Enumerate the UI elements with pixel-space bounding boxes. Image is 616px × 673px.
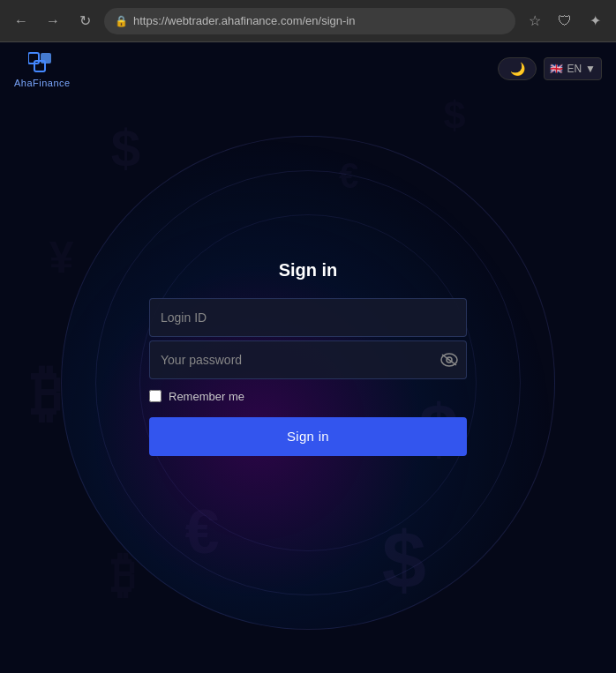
- dropdown-icon: ▼: [585, 63, 596, 75]
- bg-currency-symbol: ¥: [49, 232, 74, 283]
- svg-line-5: [442, 355, 456, 365]
- bg-currency-symbol: $: [111, 118, 140, 179]
- svg-rect-1: [41, 53, 51, 64]
- remember-row: Remember me: [149, 390, 467, 403]
- page-header: AhaFinance 🌙 🇬🇧 EN ▼: [0, 42, 616, 95]
- remember-label[interactable]: Remember me: [169, 390, 244, 403]
- logo-text: AhaFinance: [14, 78, 71, 88]
- dark-mode-button[interactable]: 🌙: [498, 57, 537, 80]
- refresh-button[interactable]: ↻: [72, 9, 97, 34]
- browser-chrome: ← → ↻ 🔒 https://webtrader.ahafinance.com…: [0, 0, 616, 42]
- signin-title: Sign in: [149, 260, 467, 280]
- logo-icon: [28, 49, 56, 78]
- page-content: $€¥$€$₿₿$ AhaFinance 🌙 🇬🇧 EN ▼: [0, 42, 616, 673]
- bg-currency-symbol: $: [444, 93, 466, 138]
- remember-checkbox[interactable]: [149, 390, 162, 402]
- lang-code: EN: [567, 63, 582, 75]
- bg-currency-symbol: ₿: [31, 358, 62, 429]
- signin-button[interactable]: Sign in: [149, 417, 467, 456]
- lock-icon: 🔒: [115, 15, 128, 27]
- password-input[interactable]: [149, 340, 467, 379]
- logo-area: AhaFinance: [14, 49, 71, 88]
- address-bar[interactable]: 🔒 https://webtrader.ahafinance.com/en/si…: [104, 8, 515, 34]
- login-id-group: [149, 298, 467, 337]
- svg-rect-0: [28, 53, 39, 64]
- language-button[interactable]: 🇬🇧 EN ▼: [544, 57, 602, 80]
- signin-container: Sign in Remember me Sign in: [149, 260, 467, 456]
- back-button[interactable]: ←: [9, 9, 34, 34]
- flag-icon: 🇬🇧: [550, 63, 563, 75]
- header-controls: 🌙 🇬🇧 EN ▼: [498, 57, 602, 80]
- eye-toggle-button[interactable]: [440, 353, 458, 367]
- forward-button[interactable]: →: [41, 9, 65, 34]
- browser-actions: ☆ 🛡 ✦: [522, 9, 607, 34]
- star-button[interactable]: ☆: [522, 9, 547, 34]
- extensions-button[interactable]: ✦: [582, 9, 607, 34]
- login-id-input[interactable]: [149, 298, 467, 337]
- moon-icon: 🌙: [510, 62, 525, 76]
- password-group: [149, 340, 467, 379]
- url-text: https://webtrader.ahafinance.com/en/sign…: [133, 14, 355, 27]
- shield-button[interactable]: 🛡: [552, 9, 577, 34]
